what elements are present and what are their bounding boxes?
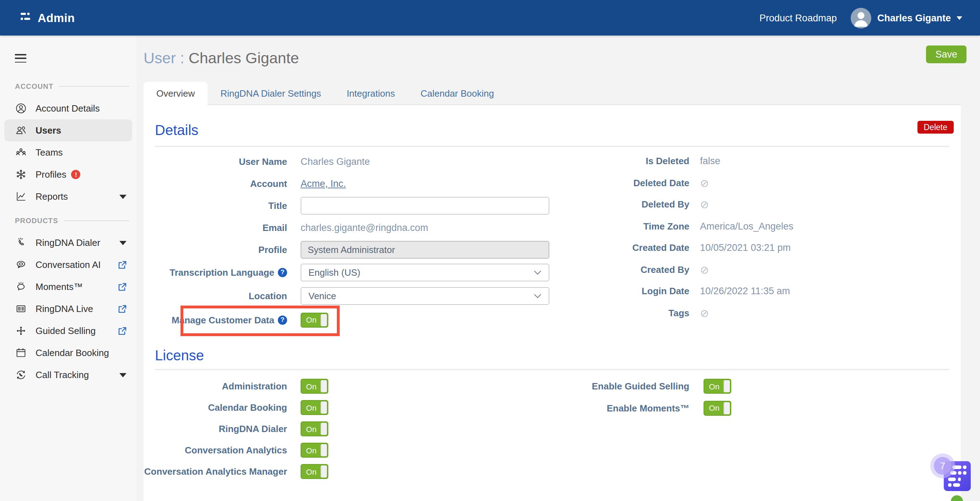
page-title: User : Charles Gigante [143, 50, 299, 67]
enable-moments-toggle[interactable]: On [703, 401, 731, 416]
tab-bar: Overview RingDNA Dialer Settings Integra… [143, 82, 961, 105]
sidebar-item-calendar-booking[interactable]: Calendar Booking [4, 342, 132, 364]
details-left-column: User Name Charles Gigante Account Acme, … [155, 150, 563, 332]
chevron-down-icon [119, 241, 127, 245]
field-row-deleted-by: Deleted By ⊘ [568, 194, 967, 215]
toggle-state-label: On [301, 313, 321, 327]
hamburger-menu-button[interactable] [15, 54, 26, 63]
field-row-account: Account Acme, Inc. [155, 172, 563, 194]
save-button[interactable]: Save [926, 46, 967, 63]
delete-button[interactable]: Delete [918, 121, 954, 133]
toggle-knob [320, 444, 327, 456]
avatar [851, 8, 872, 28]
field-row-location: Location Venice [155, 284, 563, 308]
sidebar-item-guided-selling[interactable]: Guided Selling [4, 320, 132, 342]
field-row-is-deleted: Is Deleted false [568, 150, 967, 172]
field-label: Conversation Analytics Manager [155, 466, 287, 477]
account-details-icon [15, 103, 27, 115]
tab-ringdna-dialer-settings[interactable]: RingDNA Dialer Settings [207, 82, 334, 105]
calendar-booking-toggle[interactable]: On [301, 400, 328, 415]
conversation-analytics-manager-toggle[interactable]: On [301, 464, 328, 479]
external-link-icon [118, 283, 127, 291]
administration-toggle[interactable]: On [301, 379, 328, 394]
section-rule [59, 86, 129, 87]
sidebar-item-label: Calendar Booking [35, 348, 109, 358]
sidebar-item-label: Moments™ [35, 282, 83, 293]
transcription-language-select[interactable]: English (US) [301, 264, 549, 282]
brand: Admin [21, 11, 75, 24]
help-icon[interactable]: ? [278, 268, 287, 277]
external-link-icon [118, 305, 127, 313]
conversation-analytics-toggle[interactable]: On [301, 443, 328, 458]
field-row-email: Email charles.gigante@ringdna.com [155, 216, 563, 239]
email-value: charles.gigante@ringdna.com [301, 222, 428, 233]
toggle-knob [320, 380, 327, 392]
field-label: Calendar Booking [155, 402, 287, 413]
external-link-icon [118, 261, 127, 269]
license-left-column: Administration On Calendar Booking On Ri… [155, 375, 563, 482]
sidebar-item-account-details[interactable]: Account Details [4, 98, 132, 120]
license-heading: License [155, 347, 204, 364]
manage-customer-data-toggle[interactable]: On [301, 313, 328, 328]
null-icon: ⊘ [700, 264, 709, 275]
ringdna-dialer-toggle[interactable]: On [301, 421, 328, 436]
sidebar-item-label: Users [35, 126, 61, 136]
field-label: Deleted Date [568, 178, 689, 188]
field-row-title: Title [155, 194, 563, 216]
tab-integrations[interactable]: Integrations [334, 82, 408, 105]
field-label: Created Date [568, 243, 689, 253]
profile-input [301, 240, 549, 258]
null-icon: ⊘ [700, 178, 709, 188]
sidebar-item-ringdna-dialer[interactable]: RingDNA Dialer [4, 232, 132, 254]
field-label: Transcription Language? [155, 267, 287, 278]
help-icon[interactable]: ? [278, 315, 287, 325]
field-label: Location [155, 291, 287, 302]
user-name: Charles Gigante [877, 13, 951, 23]
sidebar-section-account: ACCOUNT Account Details Users [0, 83, 137, 208]
sidebar-item-moments[interactable]: Moments™ [4, 276, 132, 298]
field-label: Email [155, 222, 287, 233]
sidebar-item-call-tracking[interactable]: Call Tracking [4, 364, 132, 386]
sidebar-item-label: Profiles [35, 170, 67, 180]
field-label: Manage Customer Data? [155, 315, 287, 326]
section-divider [155, 369, 950, 370]
toggle-knob [320, 314, 327, 326]
tab-calendar-booking[interactable]: Calendar Booking [408, 82, 507, 105]
chat-widget-button[interactable]: 7 [944, 461, 971, 491]
enable-guided-selling-toggle[interactable]: On [703, 379, 731, 394]
location-select[interactable]: Venice [301, 288, 549, 305]
sidebar-item-profiles[interactable]: Profiles ! [4, 164, 132, 186]
login-date-value: 10/26/2022 11:35 am [700, 286, 790, 297]
select-value: Venice [309, 291, 336, 302]
newspaper-icon [15, 303, 27, 315]
user-name-value: Charles Gigante [301, 156, 370, 167]
call-tracking-icon [15, 369, 27, 381]
teams-icon [15, 147, 27, 159]
field-label: Deleted By [568, 199, 689, 210]
field-label: Profile [155, 244, 287, 255]
speech-bubble-icon [15, 259, 27, 271]
sidebar-item-teams[interactable]: Teams [4, 142, 132, 164]
overview-panel: Delete Details User Name Charles Gigante… [143, 105, 961, 501]
field-label: Title [155, 200, 287, 211]
field-label: User Name [155, 156, 287, 167]
sidebar-item-ringdna-live[interactable]: RingDNA Live [4, 298, 132, 320]
section-label-account: ACCOUNT [15, 83, 53, 91]
user-menu[interactable]: Charles Gigante [851, 8, 962, 28]
account-link[interactable]: Acme, Inc. [301, 178, 346, 189]
field-row-calendar-booking-license: Calendar Booking On [155, 397, 563, 418]
select-value: English (US) [309, 267, 360, 278]
product-roadmap-link[interactable]: Product Roadmap [759, 13, 837, 23]
sidebar-item-label: Call Tracking [35, 370, 89, 380]
time-zone-value: America/Los_Angeles [700, 221, 794, 232]
sidebar-item-conversation-ai[interactable]: Conversation AI [4, 254, 132, 276]
title-input[interactable] [301, 197, 549, 214]
calendar-icon [15, 347, 27, 359]
sidebar-item-users[interactable]: Users [4, 120, 132, 142]
section-label-products: PRODUCTS [15, 217, 58, 225]
tab-overview[interactable]: Overview [143, 82, 207, 105]
field-label: Enable Moments™ [568, 403, 689, 414]
license-right-column: Enable Guided Selling On Enable Moments™… [568, 375, 967, 419]
sidebar-item-reports[interactable]: Reports [4, 186, 132, 208]
external-link-icon [118, 327, 127, 336]
